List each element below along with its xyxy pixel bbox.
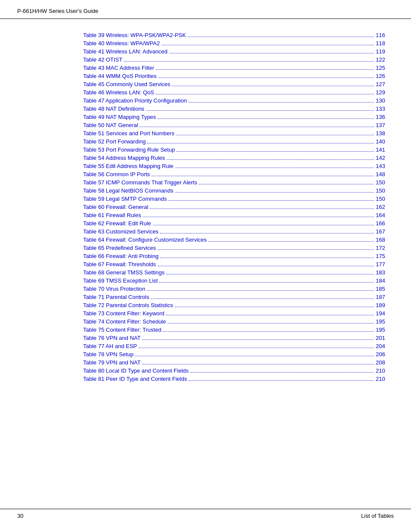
- toc-entry-label[interactable]: Table 67 Firewall: Thresholds: [83, 261, 156, 268]
- toc-entry[interactable]: Table 60 Firewall: General162: [83, 204, 385, 210]
- toc-entry[interactable]: Table 73 Content Filter: Keyword194: [83, 310, 385, 317]
- toc-entry[interactable]: Table 43 MAC Address Filter125: [83, 65, 385, 71]
- toc-entry[interactable]: Table 40 Wireless: WPA/WPA2118: [83, 40, 385, 47]
- toc-entry[interactable]: Table 74 Content Filter: Schedule195: [83, 318, 385, 325]
- toc-entry[interactable]: Table 62 Firewall: Edit Rule166: [83, 220, 385, 227]
- toc-entry-label[interactable]: Table 42 OTIST: [83, 56, 122, 63]
- toc-dots: [147, 290, 374, 291]
- toc-entry-label[interactable]: Table 59 Legal SMTP Commands: [83, 196, 167, 202]
- toc-entry-label[interactable]: Table 44 WMM QoS Priorities: [83, 73, 157, 79]
- toc-entry-label[interactable]: Table 63 Customized Services: [83, 228, 159, 235]
- toc-dots: [159, 78, 374, 78]
- footer-page-number: 30: [17, 513, 23, 519]
- toc-entry-label[interactable]: Table 39 Wireless: WPA-PSK/WPA2-PSK: [83, 32, 186, 38]
- toc-dots: [167, 159, 374, 160]
- toc-entry-label[interactable]: Table 80 Local ID Type and Content Field…: [83, 367, 189, 374]
- toc-entry-label[interactable]: Table 48 NAT Definitions: [83, 106, 144, 112]
- toc-entry[interactable]: Table 78 VPN Setup206: [83, 351, 385, 358]
- toc-page-number: 148: [376, 171, 385, 177]
- toc-entry[interactable]: Table 47 Application Priority Configurat…: [83, 97, 385, 104]
- toc-entry-label[interactable]: Table 77 AH and ESP: [83, 343, 137, 349]
- toc-entry[interactable]: Table 51 Services and Port Numbers138: [83, 130, 385, 137]
- toc-entry[interactable]: Table 44 WMM QoS Priorities126: [83, 73, 385, 79]
- toc-entry[interactable]: Table 55 Edit Address Mapping Rule143: [83, 163, 385, 169]
- toc-entry-label[interactable]: Table 71 Parental Controls: [83, 294, 149, 300]
- toc-entry[interactable]: Table 63 Customized Services167: [83, 228, 385, 235]
- toc-entry-label[interactable]: Table 49 NAT Mapping Types: [83, 114, 156, 120]
- toc-entry[interactable]: Table 71 Parental Controls187: [83, 294, 385, 300]
- toc-entry[interactable]: Table 56 Common IP Ports148: [83, 171, 385, 177]
- toc-entry-label[interactable]: Table 57 ICMP Commands That Trigger Aler…: [83, 179, 197, 186]
- toc-entry[interactable]: Table 42 OTIST122: [83, 56, 385, 63]
- toc-entry[interactable]: Table 59 Legal SMTP Commands150: [83, 196, 385, 202]
- toc-entry[interactable]: Table 67 Firewall: Thresholds177: [83, 261, 385, 268]
- toc-entry[interactable]: Table 68 General TMSS Settings183: [83, 269, 385, 276]
- toc-entry[interactable]: Table 65 Predefined Services172: [83, 245, 385, 251]
- toc-entry-label[interactable]: Table 50 NAT General: [83, 122, 138, 128]
- toc-entry-label[interactable]: Table 76 VPN and NAT: [83, 335, 140, 341]
- toc-entry[interactable]: Table 46 Wireless LAN: QoS129: [83, 89, 385, 96]
- toc-entry[interactable]: Table 41 Wireless LAN: Advanced119: [83, 48, 385, 55]
- toc-entry[interactable]: Table 75 Content Filter: Trusted195: [83, 327, 385, 333]
- toc-entry[interactable]: Table 76 VPN and NAT201: [83, 335, 385, 341]
- toc-entry-label[interactable]: Table 70 Virus Protection: [83, 286, 145, 292]
- toc-entry-label[interactable]: Table 73 Content Filter: Keyword: [83, 310, 165, 317]
- toc-entry-label[interactable]: Table 47 Application Priority Configurat…: [83, 97, 187, 104]
- toc-entry-label[interactable]: Table 81 Peer ID Type and Content Fields: [83, 376, 187, 382]
- toc-entry-label[interactable]: Table 58 Legal NetBIOS Commands: [83, 187, 174, 194]
- toc-entry-label[interactable]: Table 46 Wireless LAN: QoS: [83, 89, 154, 96]
- toc-entry-label[interactable]: Table 75 Content Filter: Trusted: [83, 327, 161, 333]
- toc-page-number: 142: [376, 155, 385, 161]
- toc-entry[interactable]: Table 50 NAT General137: [83, 122, 385, 128]
- toc-entry-label[interactable]: Table 41 Wireless LAN: Advanced: [83, 48, 168, 55]
- toc-page-number: 185: [376, 286, 385, 292]
- toc-entry-label[interactable]: Table 51 Services and Port Numbers: [83, 130, 174, 137]
- toc-entry[interactable]: Table 81 Peer ID Type and Content Fields…: [83, 376, 385, 382]
- toc-entry-label[interactable]: Table 74 Content Filter: Schedule: [83, 318, 166, 325]
- toc-entry[interactable]: Table 61 Firewall Rules164: [83, 212, 385, 218]
- toc-entry[interactable]: Table 77 AH and ESP204: [83, 343, 385, 349]
- toc-entry[interactable]: Table 66 Firewall: Anti Probing175: [83, 253, 385, 259]
- toc-entry-label[interactable]: Table 54 Address Mapping Rules: [83, 155, 165, 161]
- toc-entry-label[interactable]: Table 68 General TMSS Settings: [83, 269, 165, 276]
- toc-dots: [151, 299, 374, 299]
- toc-page-number: 204: [376, 343, 385, 349]
- toc-entry-label[interactable]: Table 72 Parental Controls Statistics: [83, 302, 173, 308]
- toc-entry[interactable]: Table 70 Virus Protection185: [83, 286, 385, 292]
- toc-entry[interactable]: Table 45 Commonly Used Services127: [83, 81, 385, 87]
- toc-entry-label[interactable]: Table 69 TMSS Exception List: [83, 277, 158, 284]
- toc-entry-label[interactable]: Table 43 MAC Address Filter: [83, 65, 154, 71]
- toc-entry[interactable]: Table 48 NAT Definitions133: [83, 106, 385, 112]
- toc-entry[interactable]: Table 53 Port Forwarding Rule Setup141: [83, 146, 385, 153]
- page-header: P-661H/HW Series User's Guide: [0, 0, 411, 19]
- toc-entry-label[interactable]: Table 66 Firewall: Anti Probing: [83, 253, 159, 259]
- toc-entry[interactable]: Table 57 ICMP Commands That Trigger Aler…: [83, 179, 385, 186]
- toc-dots: [175, 192, 374, 193]
- toc-entry[interactable]: Table 39 Wireless: WPA-PSK/WPA2-PSK116: [83, 32, 385, 38]
- toc-entry-label[interactable]: Table 65 Predefined Services: [83, 245, 156, 251]
- toc-entry[interactable]: Table 69 TMSS Exception List184: [83, 277, 385, 284]
- toc-entry-label[interactable]: Table 78 VPN Setup: [83, 351, 134, 358]
- toc-entry[interactable]: Table 49 NAT Mapping Types136: [83, 114, 385, 120]
- toc-entry[interactable]: Table 52 Port Forwarding140: [83, 138, 385, 145]
- toc-entry-label[interactable]: Table 64 Firewall: Configure Customized …: [83, 236, 207, 243]
- toc-dots: [175, 307, 374, 307]
- toc-entry-label[interactable]: Table 52 Port Forwarding: [83, 138, 146, 145]
- toc-entry-label[interactable]: Table 40 Wireless: WPA/WPA2: [83, 40, 160, 47]
- toc-entry-label[interactable]: Table 45 Commonly Used Services: [83, 81, 170, 87]
- toc-dots: [188, 37, 374, 37]
- toc-entry-label[interactable]: Table 53 Port Forwarding Rule Setup: [83, 146, 175, 153]
- toc-entry[interactable]: Table 64 Firewall: Configure Customized …: [83, 236, 385, 243]
- toc-page-number: 164: [376, 212, 385, 218]
- toc-entry-label[interactable]: Table 56 Common IP Ports: [83, 171, 150, 177]
- toc-entry-label[interactable]: Table 60 Firewall: General: [83, 204, 148, 210]
- toc-entry[interactable]: Table 80 Local ID Type and Content Field…: [83, 367, 385, 374]
- toc-entry-label[interactable]: Table 79 VPN and NAT: [83, 359, 140, 366]
- toc-entry-label[interactable]: Table 55 Edit Address Mapping Rule: [83, 163, 174, 169]
- toc-entry[interactable]: Table 58 Legal NetBIOS Commands150: [83, 187, 385, 194]
- toc-entry[interactable]: Table 54 Address Mapping Rules142: [83, 155, 385, 161]
- toc-entry-label[interactable]: Table 61 Firewall Rules: [83, 212, 141, 218]
- toc-entry[interactable]: Table 72 Parental Controls Statistics189: [83, 302, 385, 308]
- toc-entry[interactable]: Table 79 VPN and NAT208: [83, 359, 385, 366]
- toc-entry-label[interactable]: Table 62 Firewall: Edit Rule: [83, 220, 151, 227]
